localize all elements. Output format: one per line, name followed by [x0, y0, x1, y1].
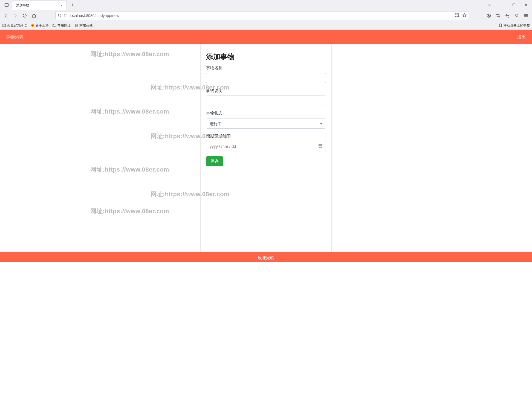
bookmark-item[interactable]: 常用网址 [53, 23, 71, 28]
watermark: 网址:https://www.08er.com [90, 108, 169, 116]
globe-icon [74, 24, 78, 27]
tab-title: 添加事物 [15, 3, 59, 8]
account-button[interactable] [484, 11, 493, 20]
extensions-button[interactable] [512, 11, 521, 20]
bookmarks-toolbar: 火狐官方站点 新手上路 常用网址 京东商城 移动设备上的书签 [0, 21, 532, 30]
browser-chrome: 添加事物 × + [0, 0, 532, 30]
window-minimize-button[interactable] [496, 0, 508, 10]
watermark: 网址:https://www.08er.com [90, 50, 169, 58]
app-navbar: 事物列表 退出 [0, 30, 532, 44]
svg-rect-0 [5, 4, 8, 7]
save-button[interactable]: 保存 [206, 156, 223, 166]
sidebar-toggle-button[interactable] [3, 1, 10, 9]
svg-rect-13 [458, 15, 459, 16]
svg-rect-8 [455, 13, 456, 15]
firefox-icon [31, 24, 34, 27]
new-tab-button[interactable]: + [68, 1, 77, 9]
nav-toolbar: localhost:8080/studyapp/new [0, 10, 532, 21]
date-label: 预期完成时间 [206, 134, 326, 139]
home-button[interactable] [30, 11, 38, 20]
svg-rect-15 [458, 16, 459, 17]
page-title: 添加事物 [206, 52, 326, 62]
bookmark-mobile[interactable]: 移动设备上的书签 [499, 23, 530, 28]
window-maximize-button[interactable] [508, 0, 520, 10]
desc-label: 事物说明 [206, 88, 326, 93]
svg-point-19 [488, 15, 489, 16]
back-button[interactable] [2, 11, 10, 20]
nav-link-logout[interactable]: 退出 [517, 34, 526, 40]
tab-close-button[interactable]: × [59, 3, 64, 8]
shield-icon [58, 14, 62, 18]
bookmark-item[interactable]: 京东商城 [74, 23, 92, 28]
svg-rect-9 [458, 13, 459, 15]
watermark: 网址:https://www.08er.com [90, 207, 169, 215]
reload-button[interactable] [20, 11, 29, 20]
watermark: 网址:https://www.08er.com [90, 166, 169, 174]
bookmark-item[interactable]: 火狐官方站点 [2, 23, 27, 28]
status-label: 事物状态 [206, 111, 326, 116]
mobile-icon [499, 24, 502, 27]
svg-rect-16 [459, 17, 459, 17]
page-body: 事物列表 退出 网址:https://www.08er.com 网址:https… [0, 30, 532, 262]
browser-tab[interactable]: 添加事物 × [12, 1, 67, 10]
bookmark-star-icon[interactable] [462, 13, 467, 18]
svg-rect-3 [513, 4, 515, 6]
status-select[interactable]: 进行中 [206, 118, 326, 129]
bookmark-item[interactable]: 新手上路 [31, 23, 49, 28]
crop-button[interactable] [494, 11, 502, 20]
page-info-icon[interactable] [64, 14, 68, 18]
svg-rect-14 [457, 16, 458, 17]
svg-marker-17 [462, 13, 466, 17]
qr-icon[interactable] [455, 13, 459, 18]
svg-rect-11 [457, 13, 458, 14]
svg-rect-10 [455, 16, 456, 17]
tabs-dropdown-button[interactable] [484, 3, 496, 7]
form-card: 添加事物 事物名称 事物说明 事物状态 进行中 [200, 44, 332, 252]
titlebar: 添加事物 × + [0, 0, 532, 10]
name-input[interactable] [206, 73, 326, 83]
forward-button[interactable] [11, 11, 20, 20]
main-content: 网址:https://www.08er.com 网址:https://www.0… [0, 44, 532, 252]
svg-rect-12 [457, 15, 458, 15]
undo-button[interactable] [503, 11, 512, 20]
svg-rect-6 [64, 14, 67, 17]
window-close-button[interactable] [520, 0, 532, 10]
desc-input[interactable] [206, 96, 326, 106]
folder-icon [53, 24, 56, 27]
nav-link-list[interactable]: 事物列表 [6, 34, 24, 40]
page-footer: 欢迎光临 [0, 252, 532, 262]
name-label: 事物名称 [206, 65, 326, 71]
svg-point-24 [32, 25, 33, 26]
folder-icon [3, 24, 6, 27]
url-text: localhost:8080/studyapp/new [70, 13, 453, 18]
address-bar[interactable]: localhost:8080/studyapp/new [55, 11, 469, 20]
date-input[interactable] [206, 141, 326, 151]
menu-button[interactable] [522, 11, 530, 20]
